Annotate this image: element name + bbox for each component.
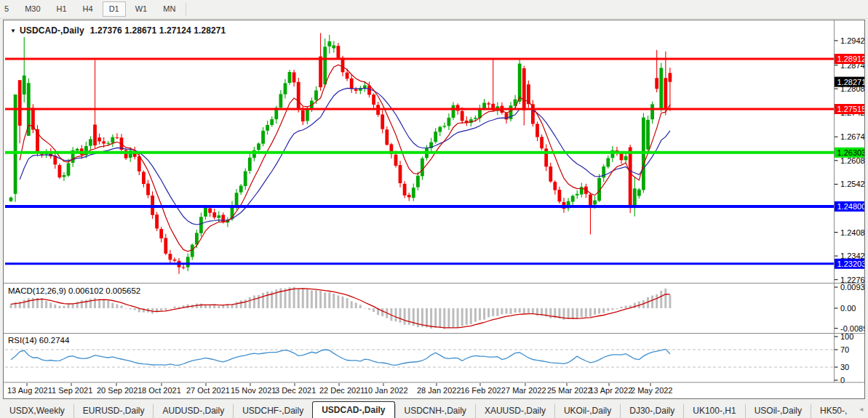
svg-text:27 Oct 2021: 27 Oct 2021 [186, 386, 230, 395]
symbol-tab-eurusd-daily[interactable]: EURUSD-,Daily [73, 404, 154, 418]
svg-text:16 Feb 2022: 16 Feb 2022 [461, 386, 506, 395]
svg-text:0.00: 0.00 [840, 304, 856, 313]
symbol-tab-usdcnh-daily[interactable]: USDCNH-,Daily [395, 404, 475, 418]
rsi-line [11, 349, 670, 365]
svg-text:1.26303: 1.26303 [837, 148, 865, 157]
timeframe-button-H1[interactable]: H1 [50, 1, 73, 17]
symbol-tab-usdchf-daily[interactable]: USDCHF-,Daily [233, 404, 312, 418]
svg-text:15 Nov 2021: 15 Nov 2021 [231, 386, 276, 395]
time-axis[interactable]: 13 Aug 20211 Sep 202120 Sep 20218 Oct 20… [7, 383, 672, 395]
timeframe-button-D1[interactable]: D1 [103, 1, 126, 17]
rsi-pane: RSI(14) 60.2744 [5, 336, 835, 367]
svg-text:22 Dec 2021: 22 Dec 2021 [319, 386, 365, 395]
svg-text:7 Mar 2022: 7 Mar 2022 [506, 386, 546, 395]
svg-text:10 Jan 2022: 10 Jan 2022 [364, 386, 408, 395]
macd-label: MACD(12,26,9) 0.006102 0.005652 [8, 286, 140, 295]
chevron-down-icon[interactable]: ▼ [10, 28, 16, 34]
symbol-tab-ukoil-daily[interactable]: UKOil-,Daily [554, 404, 620, 418]
svg-text:0: 0 [840, 376, 845, 385]
svg-text:0.009345: 0.009345 [840, 283, 864, 292]
tab-scroll-left-icon[interactable]: ◂ [856, 405, 867, 413]
svg-text:25 Mar 2022: 25 Mar 2022 [547, 386, 592, 395]
timeframe-button-W1[interactable]: W1 [129, 1, 154, 17]
symbol-tab-usdcad-daily[interactable]: USDCAD-,Daily [312, 401, 394, 418]
svg-text:28 Jan 2022: 28 Jan 2022 [417, 386, 461, 395]
rsi-label: RSI(14) 60.2744 [8, 336, 70, 345]
chart-symbol-period: USDCAD-,Daily [20, 25, 84, 36]
symbol-tab-uk100-h1[interactable]: UK100-,H1 [683, 404, 744, 418]
svg-text:1 Sep 2021: 1 Sep 2021 [52, 386, 92, 395]
timeframe-button-MN[interactable]: MN [156, 1, 182, 17]
price-chart-canvas[interactable]: MACD(12,26,9) 0.006102 0.005652RSI(14) 6… [4, 20, 864, 398]
svg-text:1.28912: 1.28912 [837, 55, 865, 63]
svg-text:3 Dec 2021: 3 Dec 2021 [275, 386, 316, 395]
symbol-tab-hk50-[interactable]: HK50-, [811, 404, 856, 418]
symbol-tab-dj30-daily[interactable]: DJ30-,Daily [620, 404, 683, 418]
timeframe-button-5[interactable]: 5 [0, 1, 15, 17]
timeframe-button-H4[interactable]: H4 [76, 1, 100, 17]
ma-fast-line [20, 65, 670, 252]
svg-text:1.24080: 1.24080 [840, 228, 864, 237]
toolbar-separator [186, 3, 186, 16]
symbol-tab-audusd-daily[interactable]: AUDUSD-,Daily [153, 404, 233, 418]
chart-window: MACD(12,26,9) 0.006102 0.005652RSI(14) 6… [3, 20, 865, 399]
svg-text:1.25420: 1.25420 [840, 180, 864, 188]
svg-text:1.29420: 1.29420 [840, 36, 864, 45]
timeframe-toolbar: 5M30H1H4D1W1MN [0, 0, 868, 19]
svg-text:20 Sep 2021: 20 Sep 2021 [97, 386, 142, 395]
price-axis[interactable]: 1.294201.287401.280801.274201.267401.260… [835, 36, 865, 385]
main-price-pane [5, 33, 835, 274]
svg-text:1.26740: 1.26740 [840, 132, 864, 141]
symbol-tab-xauusd-daily[interactable]: XAUUSD-,Daily [475, 404, 554, 418]
svg-text:13 Apr 2022: 13 Apr 2022 [589, 386, 632, 395]
symbol-tab-usdx-weekly[interactable]: USDX,Weekly [0, 404, 73, 418]
svg-text:30: 30 [840, 363, 849, 371]
svg-text:13 Aug 2021: 13 Aug 2021 [7, 386, 52, 395]
svg-text:-0.008902: -0.008902 [840, 324, 864, 333]
svg-text:1.23203: 1.23203 [837, 260, 865, 268]
svg-text:1.28271: 1.28271 [837, 78, 865, 87]
chart-title: ▼USDCAD-,Daily1.27376 1.28671 1.27124 1.… [10, 25, 226, 36]
svg-text:70: 70 [840, 345, 849, 354]
chart-tabs-bar: USDX,WeeklyEURUSD-,DailyAUDUSD-,DailyUSD… [0, 400, 868, 418]
chart-ohlc-values: 1.27376 1.28671 1.27124 1.28271 [90, 25, 226, 36]
svg-text:8 Oct 2021: 8 Oct 2021 [142, 386, 181, 395]
symbol-tab-usoil-daily[interactable]: USOil-,Daily [745, 404, 811, 418]
timeframe-button-M30[interactable]: M30 [18, 1, 47, 17]
svg-text:1.27515: 1.27515 [837, 105, 865, 113]
svg-text:1.24800: 1.24800 [837, 202, 865, 211]
svg-text:2 May 2022: 2 May 2022 [631, 386, 672, 395]
tab-scroll-arrows: ◂▸ [856, 400, 868, 418]
macd-pane: MACD(12,26,9) 0.006102 0.005652 [8, 286, 671, 329]
